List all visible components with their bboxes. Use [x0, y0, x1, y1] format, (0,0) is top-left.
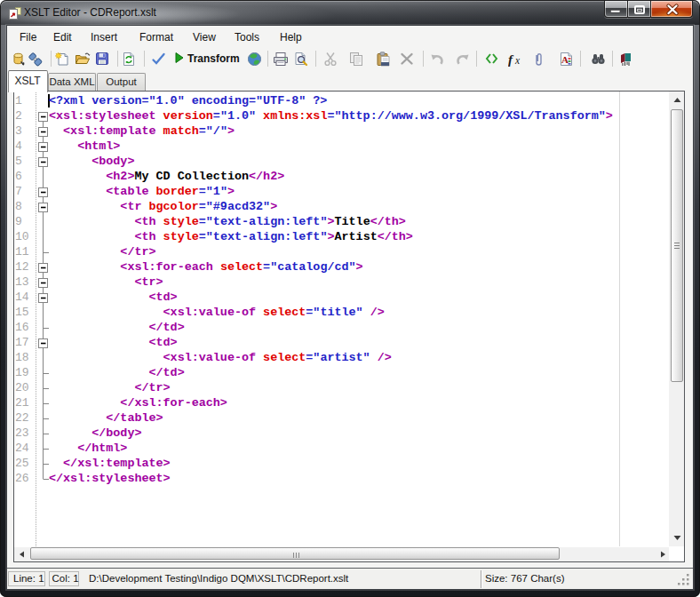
svg-text:A: A [561, 54, 569, 65]
svg-text:f: f [508, 52, 514, 67]
svg-text:x: x [514, 55, 521, 66]
